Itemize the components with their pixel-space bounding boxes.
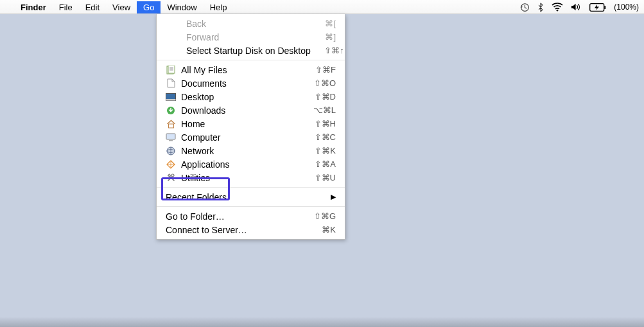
menu-item-label: Select Startup Disk on Desktop [186,46,311,56]
desktop-icon [166,92,176,102]
menu-item-shortcut: ⇧⌘A [302,159,336,169]
menu-item-documents[interactable]: Documents ⇧⌘O [157,76,345,90]
menu-item-label: Go to Folder… [166,211,302,222]
menu-item-shortcut: ⇧⌘F [302,65,336,75]
svg-rect-5 [168,66,175,73]
downloads-icon [166,105,176,116]
time-machine-icon[interactable] [520,3,530,12]
menu-item-network[interactable]: Network ⇧⌘K [157,144,345,157]
menu-item-forward: Forward ⌘] [157,30,345,44]
desktop: Finder File Edit View Go Window Help [0,0,644,327]
menu-item-label: Desktop [181,92,302,102]
computer-icon [166,132,176,143]
menu-item-label: Computer [181,132,302,143]
menu-item-label: Network [181,146,302,156]
applications-icon [166,159,176,170]
menu-view[interactable]: View [106,1,137,13]
utilities-icon [166,173,176,183]
menu-item-shortcut: ⇧⌘U [302,173,336,182]
menu-item-go-to-folder[interactable]: Go to Folder… ⇧⌘G [157,209,345,223]
menu-item-label: Downloads [181,105,302,116]
menu-item-shortcut: ⌘] [302,32,336,42]
menu-item-computer[interactable]: Computer ⇧⌘C [157,130,345,144]
menu-item-utilities[interactable]: Utilities ⇧⌘U [157,171,345,184]
wifi-icon[interactable] [552,3,563,12]
spacer [166,32,181,42]
menu-item-shortcut: ⇧⌘K [302,146,336,155]
battery-percentage: (100%) [614,3,639,12]
menu-item-label: Recent Folders [166,192,331,202]
home-icon [166,119,176,129]
menubar-app-name[interactable]: Finder [14,1,53,13]
svg-rect-3 [605,6,606,9]
go-menu-dropdown: Back ⌘[ Forward ⌘] Select Startup Disk o… [156,14,345,240]
volume-icon[interactable] [571,3,582,12]
menu-item-shortcut: ⇧⌘G [302,211,336,221]
menubar-right: (100%) [520,3,639,12]
menu-window[interactable]: Window [161,1,203,13]
menu-item-home[interactable]: Home ⇧⌘H [157,117,345,130]
svg-rect-10 [166,99,176,101]
spacer [166,46,181,56]
menu-item-shortcut: ⌘K [302,225,336,234]
all-files-icon [166,65,176,75]
menu-item-downloads[interactable]: Downloads ⌥⌘L [157,103,345,117]
svg-rect-13 [166,134,175,139]
spacer [166,19,181,29]
menu-item-all-my-files[interactable]: All My Files ⇧⌘F [157,63,345,76]
menu-item-label: All My Files [181,65,302,75]
menu-item-label: Documents [181,78,302,89]
menubar-left: Finder File Edit View Go Window Help [8,1,233,13]
submenu-arrow-icon: ▶ [331,193,336,201]
menu-item-shortcut: ⇧⌘C [302,132,336,142]
documents-icon [166,78,176,89]
bottom-shadow [0,317,644,327]
menu-go[interactable]: Go [137,1,161,13]
menu-item-label: Back [186,19,302,29]
menu-item-desktop[interactable]: Desktop ⇧⌘D [157,90,345,103]
menu-item-label: Connect to Server… [166,225,302,235]
menu-item-applications[interactable]: Applications ⇧⌘A [157,157,345,171]
svg-rect-12 [168,124,173,128]
menu-item-shortcut: ⌘[ [302,19,336,28]
menu-item-shortcut: ⌥⌘L [302,105,336,115]
menu-item-recent-folders[interactable]: Recent Folders ▶ [157,190,345,204]
network-icon [166,146,176,156]
menu-item-label: Utilities [181,173,302,183]
menu-item-select-startup-disk[interactable]: Select Startup Disk on Desktop ⇧⌘↑ [157,44,345,57]
menu-item-shortcut: ⇧⌘H [302,119,336,128]
menu-help[interactable]: Help [204,1,234,13]
menu-file[interactable]: File [53,1,79,13]
menu-item-shortcut: ⇧⌘O [302,78,336,88]
svg-rect-14 [169,140,173,141]
menu-item-shortcut: ⇧⌘D [302,92,336,102]
svg-point-18 [171,174,174,177]
menu-item-back: Back ⌘[ [157,17,345,30]
menu-item-label: Forward [186,32,302,42]
menu-item-label: Applications [181,159,302,170]
menubar: Finder File Edit View Go Window Help [0,0,644,14]
menu-item-shortcut: ⇧⌘↑ [311,46,344,55]
menu-item-label: Home [181,119,302,129]
battery-icon[interactable] [589,3,606,12]
menu-edit[interactable]: Edit [79,1,106,13]
svg-point-1 [557,10,559,12]
menu-item-connect-to-server[interactable]: Connect to Server… ⌘K [157,223,345,236]
bluetooth-icon[interactable] [537,3,544,12]
